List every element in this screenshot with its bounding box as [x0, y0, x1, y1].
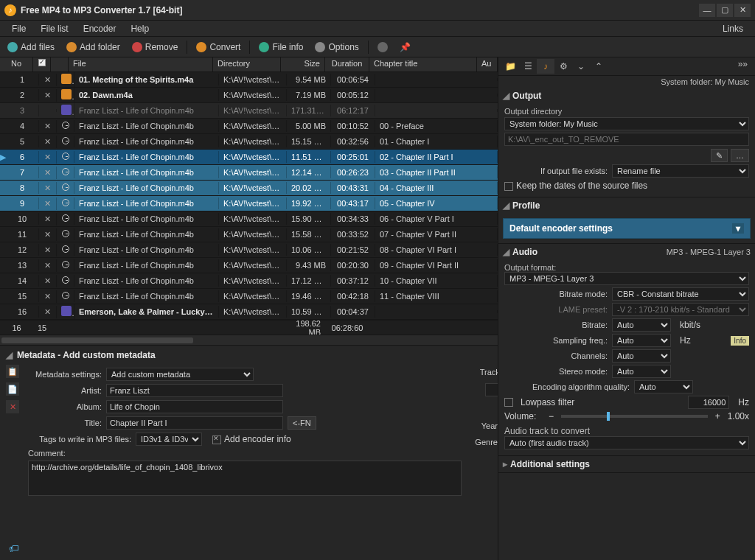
artist-label: Artist:: [28, 386, 102, 395]
col-checkbox[interactable]: ✓: [33, 57, 51, 71]
menu-filelist[interactable]: File list: [33, 24, 75, 34]
album-input[interactable]: [106, 400, 283, 413]
table-row[interactable]: 10✕Franz Liszt - Life of Chopin.m4bK:\AV…: [0, 211, 498, 227]
track-current-input[interactable]: [485, 383, 498, 396]
bitrate-mode-label: Bitrate mode:: [504, 290, 608, 298]
tab-chevron-up-icon[interactable]: ⌃: [590, 59, 608, 74]
tab-note-icon[interactable]: ♪: [537, 59, 554, 74]
sampling-freq-label: Sampling freq.:: [504, 336, 608, 345]
sampling-freq-select[interactable]: Auto: [612, 334, 671, 347]
table-row[interactable]: 5✕Franz Liszt - Life of Chopin.m4bK:\AV!…: [0, 134, 498, 150]
track-convert-label: Audio track to convert: [504, 426, 749, 436]
bitrate-select[interactable]: Auto: [612, 318, 671, 332]
channels-label: Channels:: [504, 351, 608, 360]
file-exists-select[interactable]: Rename file: [612, 164, 749, 178]
channels-select[interactable]: Auto: [612, 349, 671, 363]
menu-help[interactable]: Help: [123, 24, 156, 34]
right-tabs: 📁 ☰ ♪ ⚙ ⌄ ⌃ »»: [498, 57, 755, 76]
col-chapter[interactable]: Chapter title: [369, 57, 477, 71]
table-row[interactable]: ▶6✕Franz Liszt - Life of Chopin.m4bK:\AV…: [0, 150, 498, 165]
output-mask-input[interactable]: [504, 133, 749, 146]
keep-dates-checkbox[interactable]: [504, 182, 513, 191]
h-scrollbar[interactable]: [0, 335, 498, 345]
track-convert-select[interactable]: Auto (first audio track): [504, 436, 749, 449]
metadata-settings-label: Metadata settings:: [28, 370, 102, 379]
table-row[interactable]: 2✕02. Dawn.m4aK:\AV!\vctest\m4a7.19 MB00…: [0, 88, 498, 103]
file-exists-label: If output file exists:: [504, 167, 608, 175]
table-row[interactable]: 4✕Franz Liszt - Life of Chopin.m4bK:\AV!…: [0, 119, 498, 134]
browse-button[interactable]: …: [731, 149, 749, 162]
tags-select[interactable]: ID3v1 & ID3v2: [136, 433, 202, 446]
profile-header[interactable]: ◢Profile: [498, 197, 755, 214]
table-row[interactable]: 13✕Franz Liszt - Life of Chopin.m4bK:\AV…: [0, 258, 498, 273]
table-row[interactable]: 9✕Franz Liszt - Life of Chopin.m4bK:\AV!…: [0, 196, 498, 211]
add-folder-button[interactable]: Add folder: [62, 41, 125, 54]
info-badge[interactable]: Info: [731, 336, 749, 346]
table-row[interactable]: 12✕Franz Liszt - Life of Chopin.m4bK:\AV…: [0, 242, 498, 258]
audio-header[interactable]: ◢AudioMP3 - MPEG-1 Layer 3: [498, 244, 755, 260]
table-row[interactable]: 1✕01. Meeting of the Spirits.m4aK:\AV!\v…: [0, 72, 498, 88]
output-format-select[interactable]: MP3 - MPEG-1 Layer 3: [504, 272, 749, 285]
close-button[interactable]: ✕: [734, 4, 751, 17]
table-row[interactable]: 14✕Franz Liszt - Life of Chopin.m4bK:\AV…: [0, 273, 498, 289]
table-row[interactable]: 3Franz Liszt - Life of Chopin.m4bK:\AV!\…: [0, 103, 498, 119]
pin-icon[interactable]: 📌: [395, 41, 415, 54]
tab-more-icon[interactable]: »»: [734, 59, 752, 74]
table-totals: 16 15 198.62 MB 06:28:60: [0, 320, 498, 335]
tab-gear-icon[interactable]: ⚙: [554, 59, 572, 74]
table-row[interactable]: 16✕Emerson, Lake & Palmer - Lucky Ma...K…: [0, 304, 498, 320]
menu-links[interactable]: Links: [715, 24, 751, 34]
table-row[interactable]: 7✕Franz Liszt - Life of Chopin.m4bK:\AV!…: [0, 165, 498, 181]
copy-icon[interactable]: 📋: [6, 365, 19, 378]
menu-encoder[interactable]: Encoder: [76, 24, 124, 34]
enc-quality-select[interactable]: Auto: [634, 380, 693, 393]
edit-mask-button[interactable]: ✎: [711, 149, 728, 162]
lowpass-checkbox[interactable]: [504, 398, 513, 407]
delete-icon[interactable]: ✕: [6, 400, 19, 413]
remove-button[interactable]: Remove: [128, 41, 183, 54]
col-audio[interactable]: Au: [477, 57, 498, 71]
convert-button[interactable]: Convert: [192, 41, 245, 54]
enc-quality-label: Encoding algorithm quality:: [504, 382, 630, 391]
home-icon[interactable]: [373, 41, 392, 54]
lowpass-input[interactable]: [688, 396, 729, 409]
stereo-mode-select[interactable]: Auto: [612, 365, 671, 378]
title-input[interactable]: [106, 416, 283, 430]
table-header: No ✓ File Directory Size Duration Chapte…: [0, 57, 498, 72]
trackno-label: Track No:: [470, 368, 498, 377]
maximize-button[interactable]: ▢: [717, 4, 733, 17]
fn-button[interactable]: <-FN: [288, 416, 316, 430]
output-header[interactable]: ◢Output: [498, 88, 755, 104]
metadata-settings-select[interactable]: Add custom metadata: [106, 368, 254, 381]
minimize-button[interactable]: —: [699, 4, 715, 17]
col-no[interactable]: No: [0, 57, 33, 71]
col-size[interactable]: Size: [281, 57, 325, 71]
file-info-button[interactable]: File info: [254, 41, 307, 54]
tab-list-icon[interactable]: ☰: [519, 59, 537, 74]
encoder-info-checkbox[interactable]: ✕: [212, 435, 221, 444]
metadata-panel-header[interactable]: ◢Metadata - Add custom metadata: [6, 349, 492, 365]
profile-select[interactable]: Default encoder settings▾: [503, 218, 751, 239]
comment-textarea[interactable]: http://archive.org/details/life_of_chopi…: [28, 461, 462, 496]
col-duration[interactable]: Duration: [325, 57, 369, 71]
artist-input[interactable]: [106, 384, 283, 397]
menu-file[interactable]: File: [4, 24, 33, 34]
add-files-button[interactable]: Add files: [3, 41, 59, 54]
col-file[interactable]: File: [69, 57, 213, 71]
bitrate-mode-select[interactable]: CBR - Constant bitrate: [612, 287, 749, 301]
table-row[interactable]: 8✕Franz Liszt - Life of Chopin.m4bK:\AV!…: [0, 181, 498, 196]
additional-settings-header[interactable]: ▸Additional settings: [498, 456, 755, 472]
output-directory-label: Output directory: [504, 107, 749, 116]
volume-slider[interactable]: [561, 415, 708, 418]
tab-folder-icon[interactable]: 📁: [501, 59, 519, 74]
tab-chevron-down-icon[interactable]: ⌄: [572, 59, 590, 74]
table-row[interactable]: 11✕Franz Liszt - Life of Chopin.m4bK:\AV…: [0, 227, 498, 242]
options-button[interactable]: Options: [310, 41, 363, 54]
lame-preset-label: LAME preset:: [504, 305, 608, 314]
col-directory[interactable]: Directory: [213, 57, 281, 71]
tag-icon[interactable]: 🏷: [9, 542, 19, 554]
paste-icon[interactable]: 📄: [6, 382, 19, 396]
output-directory-select[interactable]: System folder: My Music: [504, 117, 749, 130]
volume-label: Volume:: [504, 411, 541, 421]
table-row[interactable]: 15✕Franz Liszt - Life of Chopin.m4bK:\AV…: [0, 289, 498, 304]
